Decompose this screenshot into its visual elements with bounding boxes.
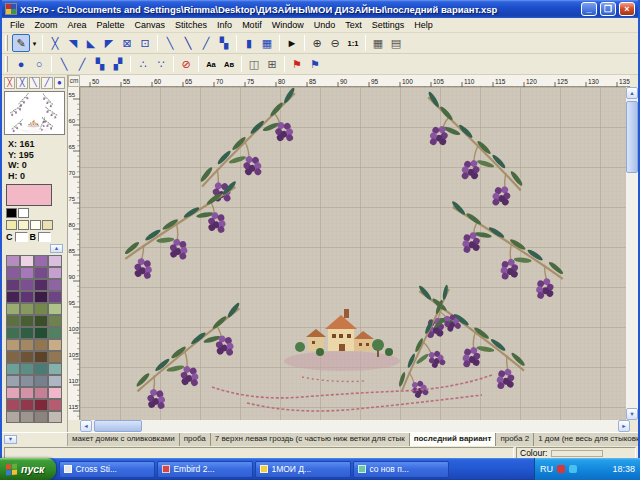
palette-swatch[interactable] — [20, 255, 34, 267]
maximize-button[interactable]: ❐ — [600, 2, 616, 16]
palette-swatch[interactable] — [48, 339, 62, 351]
menu-stitches[interactable]: Stitches — [170, 19, 212, 31]
stitch-canvas[interactable] — [80, 87, 630, 420]
taskbar-task-3[interactable]: со нов п... — [353, 461, 449, 478]
palette-swatch[interactable] — [48, 363, 62, 375]
b-color-box[interactable] — [38, 232, 51, 242]
palette-swatch[interactable] — [48, 351, 62, 363]
petite-stitch-tool[interactable]: ⊠ — [118, 34, 136, 52]
palette-swatch[interactable] — [48, 267, 62, 279]
minimize-button[interactable]: _ — [581, 2, 597, 16]
chart-view-button[interactable]: ◫ — [245, 55, 263, 73]
scroll-down-button[interactable]: ▼ — [626, 408, 638, 420]
palette-swatch[interactable] — [48, 303, 62, 315]
backstitch-line-3[interactable]: ▚ — [91, 55, 109, 73]
palette-swatch[interactable] — [6, 375, 20, 387]
horizontal-scrollbar[interactable]: ◄ ► — [80, 420, 630, 432]
palette-swatch[interactable] — [48, 411, 62, 423]
lp-cross-blue-tool[interactable]: ╳ — [16, 77, 27, 89]
palette-scroll-down-button[interactable]: ▼ — [4, 435, 17, 444]
title-bar[interactable]: XSPro - C:\Documents and Settings\Rimma\… — [2, 0, 638, 18]
palette-scroll-up-button[interactable]: ▲ — [50, 244, 63, 253]
vertical-scrollbar[interactable]: ▲ ▼ — [626, 87, 638, 420]
palette-swatch[interactable] — [34, 387, 48, 399]
bw-swatch[interactable] — [18, 208, 29, 218]
three-quarter-stitch-tool[interactable]: ◤ — [100, 34, 118, 52]
pencil-dropdown[interactable]: ▾ — [30, 34, 39, 52]
menu-canvas[interactable]: Canvas — [130, 19, 171, 31]
menu-help[interactable]: Help — [409, 19, 438, 31]
menu-window[interactable]: Window — [267, 19, 309, 31]
taskbar-task-2[interactable]: 1МОИ Д... — [255, 461, 351, 478]
palette-swatch[interactable] — [48, 279, 62, 291]
lp-knot-tool[interactable]: ● — [54, 77, 65, 89]
menu-palette[interactable]: Palette — [92, 19, 130, 31]
pattern-tab-3[interactable]: последний вариант — [410, 433, 497, 446]
zoom-in-button[interactable]: ⊕ — [308, 34, 326, 52]
palette-swatch[interactable] — [20, 411, 34, 423]
text-cyrillic-tool[interactable]: Ав — [220, 55, 238, 73]
palette-swatch[interactable] — [48, 399, 62, 411]
menu-info[interactable]: Info — [212, 19, 237, 31]
pattern-tab-1[interactable]: проба — [180, 433, 211, 446]
palette-swatch[interactable] — [6, 291, 20, 303]
bw-swatch[interactable] — [6, 208, 17, 218]
language-indicator[interactable]: RU — [540, 464, 553, 474]
french-knot-tool[interactable]: ● — [12, 55, 30, 73]
symbols-view-button[interactable]: ⊞ — [263, 55, 281, 73]
pattern-tab-5[interactable]: 1 дом (не весь для стыковки) — [534, 433, 638, 446]
menu-settings[interactable]: Settings — [367, 19, 410, 31]
backstitch-line-2[interactable]: ╱ — [73, 55, 91, 73]
palette-swatch[interactable] — [48, 255, 62, 267]
palette-swatch[interactable] — [6, 387, 20, 399]
palette-swatch[interactable] — [6, 351, 20, 363]
pencil-tool[interactable]: ✎ — [12, 34, 30, 52]
c-color-box[interactable] — [15, 232, 28, 242]
palette-swatch[interactable] — [34, 351, 48, 363]
palette-swatch[interactable] — [34, 291, 48, 303]
toolbar-grip[interactable] — [5, 35, 8, 51]
scroll-up-button[interactable]: ▲ — [626, 87, 638, 99]
menu-zoom[interactable]: Zoom — [30, 19, 63, 31]
palette-swatch[interactable] — [6, 267, 20, 279]
pattern-tab-4[interactable]: проба 2 — [496, 433, 534, 446]
vertical-scroll-thumb[interactable] — [626, 101, 638, 173]
palette-swatch[interactable] — [34, 315, 48, 327]
special-stitch-tool[interactable]: ⊡ — [136, 34, 154, 52]
longstitch-tool[interactable]: ╱ — [197, 34, 215, 52]
palette-swatch[interactable] — [34, 255, 48, 267]
palette-swatch[interactable] — [6, 315, 20, 327]
taskbar-task-1[interactable]: Embird 2... — [157, 461, 253, 478]
menu-area[interactable]: Area — [63, 19, 92, 31]
half-stitch-tool[interactable]: ◥ — [64, 34, 82, 52]
palette-swatch[interactable] — [34, 399, 48, 411]
palette-swatch[interactable] — [20, 399, 34, 411]
backstitch-thick-tool[interactable]: ╲ — [179, 34, 197, 52]
select-arrow-tool[interactable]: ► — [283, 34, 301, 52]
backstitch-thin-tool[interactable]: ╲ — [161, 34, 179, 52]
palette-swatch[interactable] — [6, 255, 20, 267]
palette-swatch[interactable] — [48, 327, 62, 339]
palette-swatch[interactable] — [6, 303, 20, 315]
dots-tool-1[interactable]: ∴ — [134, 55, 152, 73]
palette-swatch[interactable] — [20, 375, 34, 387]
light-swatch[interactable] — [42, 220, 53, 230]
flag-red-button[interactable]: ⚑ — [288, 55, 306, 73]
library-button[interactable]: ▤ — [387, 34, 405, 52]
palette-swatch[interactable] — [20, 279, 34, 291]
palette-swatch[interactable] — [48, 387, 62, 399]
palette-swatch[interactable] — [34, 411, 48, 423]
light-swatch[interactable] — [6, 220, 17, 230]
toolbar-grip[interactable] — [5, 56, 8, 72]
full-stitch-tool[interactable]: ╳ — [46, 34, 64, 52]
palette-swatch[interactable] — [20, 303, 34, 315]
palette-swatch[interactable] — [6, 327, 20, 339]
delete-stitch-tool[interactable]: ⊘ — [177, 55, 195, 73]
backstitch-line-4[interactable]: ▞ — [109, 55, 127, 73]
straight-stitch-tool[interactable]: ▚ — [215, 34, 233, 52]
taskbar-task-0[interactable]: Cross Sti... — [59, 461, 155, 478]
zoom-out-button[interactable]: ⊖ — [326, 34, 344, 52]
palette-swatch[interactable] — [20, 363, 34, 375]
bead-tool[interactable]: ○ — [30, 55, 48, 73]
palette-swatch[interactable] — [20, 327, 34, 339]
